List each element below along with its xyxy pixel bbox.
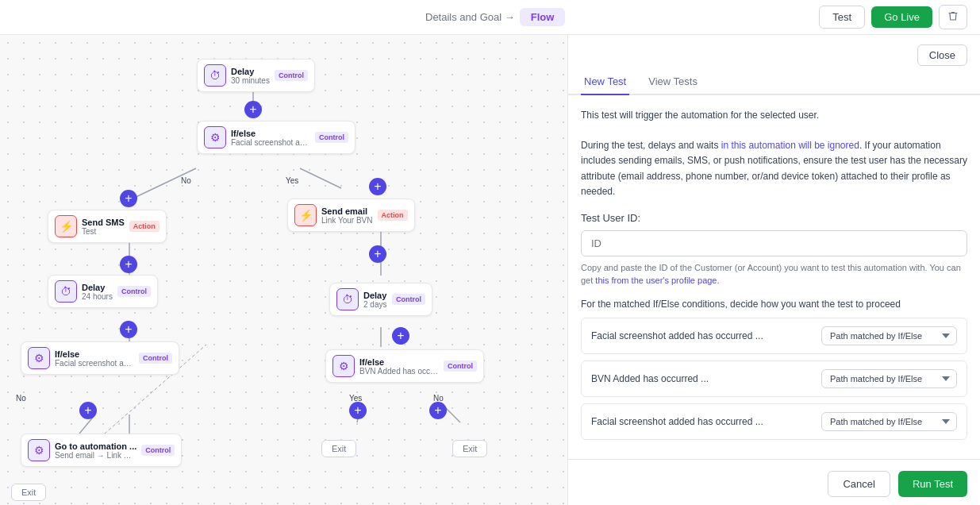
- node-ifelse-2[interactable]: ⚙ If/else Facial screenshot added has ..…: [21, 341, 179, 375]
- badge-control-ifelse2: Control: [139, 353, 172, 364]
- node-delay-3[interactable]: ⏱ Delay 2 days Control: [329, 283, 432, 316]
- node-title-sendemail: Send email: [321, 206, 373, 216]
- sendemail-icon: ⚡: [294, 204, 317, 226]
- plus-btn-ifelse2-yes[interactable]: +: [79, 402, 97, 419]
- delay-icon-1: ⏱: [204, 64, 226, 87]
- badge-control-ifelse3: Control: [444, 360, 477, 372]
- node-sub-sendsms: Test: [82, 227, 125, 236]
- delete-button[interactable]: [939, 5, 967, 29]
- ifelse-section-label: For the matched If/Else conditions, deci…: [581, 299, 967, 310]
- node-sub-ifelse1: Facial screenshot added has ...: [231, 138, 310, 147]
- plus-btn-left[interactable]: +: [120, 190, 137, 207]
- node-sub-ifelse3: BVN Added has occurred ...: [359, 367, 439, 376]
- badge-control-gotoauto: Control: [141, 445, 175, 456]
- node-sub-sendemail: Link Your BVN: [321, 216, 373, 225]
- tab-new-test[interactable]: New Test: [581, 69, 629, 95]
- plus-btn-ifelse3-no[interactable]: +: [429, 402, 447, 419]
- node-title-ifelse3: If/else: [359, 357, 439, 367]
- flow-canvas[interactable]: ⏱ Delay 30 minutes Control + ⚙ If/else F…: [0, 35, 567, 505]
- ifelse-section: For the matched If/Else conditions, deci…: [581, 299, 967, 440]
- condition-row-3: Facial screenshot added has occurred ...…: [581, 403, 967, 440]
- panel-body: This test will trigger the automation fo…: [568, 95, 980, 459]
- node-sub-delay1: 30 minutes: [231, 76, 270, 85]
- condition-row-1: Facial screenshot added has occurred ...…: [581, 318, 967, 354]
- breadcrumb-text: Details and Goal →: [425, 11, 515, 23]
- gotoauto-icon: ⚙: [28, 439, 50, 461]
- exit-box-yes: Exit: [321, 440, 356, 457]
- highlight-text: in this automation will be ignored: [721, 140, 859, 151]
- node-title-delay3: Delay: [363, 291, 387, 300]
- badge-control-delay2: Control: [117, 286, 151, 297]
- badge-action-sendsms: Action: [129, 221, 159, 232]
- tab-view-tests[interactable]: View Tests: [645, 69, 701, 95]
- node-title-gotoauto: Go to automation ...: [55, 441, 136, 451]
- condition-text-2: BVN Added has occurred ...: [591, 373, 815, 384]
- copy-hint: Copy and paste the ID of the Customer (o…: [581, 261, 967, 287]
- node-title-sendsms: Send SMS: [82, 218, 125, 227]
- node-title-delay2: Delay: [82, 283, 113, 292]
- trash-icon: [947, 10, 959, 21]
- delay-icon-2: ⏱: [55, 280, 77, 303]
- ifelse-icon-3: ⚙: [332, 355, 355, 377]
- condition-text-3: Facial screenshot added has occurred ...: [591, 416, 815, 427]
- exit-box-no: Exit: [452, 440, 487, 457]
- condition-select-2[interactable]: Path matched by If/Else Path not matched…: [821, 369, 957, 388]
- node-title-ifelse2: If/else: [55, 349, 134, 359]
- label-no-2: No: [16, 394, 26, 403]
- badge-control-delay1: Control: [275, 70, 308, 81]
- plus-btn-right[interactable]: +: [369, 178, 386, 195]
- badge-action-sendemail: Action: [378, 210, 408, 221]
- label-yes-1: Yes: [286, 176, 298, 185]
- condition-text-1: Facial screenshot added has occurred ...: [591, 330, 815, 341]
- plus-btn-delay3-after[interactable]: +: [392, 327, 409, 345]
- active-tab-flow[interactable]: Flow: [520, 8, 566, 26]
- panel-tabs: New Test View Tests: [568, 69, 980, 95]
- panel-footer: Cancel Run Test: [568, 459, 980, 505]
- node-delay-2[interactable]: ⏱ Delay 24 hours Control: [48, 275, 158, 308]
- label-no-1: No: [181, 176, 191, 185]
- info-text-1: This test will trigger the automation fo…: [581, 108, 967, 123]
- info-text-2: During the test, delays and waits in thi…: [581, 138, 967, 199]
- ifelse-icon-2: ⚙: [28, 347, 50, 369]
- test-button[interactable]: Test: [819, 6, 865, 29]
- node-delay-1[interactable]: ⏱ Delay 30 minutes Control: [197, 59, 315, 92]
- node-title-delay1: Delay: [231, 67, 270, 76]
- node-sendemail[interactable]: ⚡ Send email Link Your BVN Action: [287, 199, 415, 232]
- svg-line-2: [300, 168, 341, 188]
- node-title-ifelse1: If/else: [231, 129, 310, 138]
- node-sub-delay3: 2 days: [363, 300, 387, 309]
- cancel-button[interactable]: Cancel: [828, 471, 890, 497]
- delay-icon-3: ⏱: [336, 288, 359, 310]
- node-gotoauto[interactable]: ⚙ Go to automation ... Send email → Link…: [21, 434, 182, 467]
- section-id-label: Test User ID:: [581, 212, 967, 224]
- condition-select-1[interactable]: Path matched by If/Else Path not matched…: [821, 326, 957, 345]
- condition-row-2: BVN Added has occurred ... Path matched …: [581, 360, 967, 397]
- plus-btn-1[interactable]: +: [244, 101, 262, 118]
- main-area: ⏱ Delay 30 minutes Control + ⚙ If/else F…: [0, 35, 980, 505]
- close-button[interactable]: Close: [917, 44, 967, 66]
- node-ifelse-1[interactable]: ⚙ If/else Facial screenshot added has ..…: [197, 121, 355, 154]
- sendsms-icon: ⚡: [55, 215, 77, 237]
- ifelse-icon-1: ⚙: [204, 126, 226, 148]
- breadcrumb-nav: Details and Goal → Flow: [425, 8, 565, 26]
- node-sub-gotoauto: Send email → Link Your BVN: [55, 451, 134, 460]
- plus-btn-ifelse3-yes[interactable]: +: [349, 402, 367, 419]
- condition-select-3[interactable]: Path matched by If/Else Path not matched…: [821, 412, 957, 431]
- node-ifelse-3[interactable]: ⚙ If/else BVN Added has occurred ... Con…: [325, 349, 484, 383]
- node-sub-delay2: 24 hours: [82, 292, 113, 301]
- plus-btn-sms-after[interactable]: +: [120, 256, 137, 273]
- top-bar-actions: Test Go Live: [819, 5, 967, 29]
- plus-btn-delay2-after[interactable]: +: [120, 321, 137, 338]
- top-bar: Details and Goal → Flow Test Go Live: [0, 0, 980, 35]
- right-panel: Close New Test View Tests This test will…: [567, 35, 980, 505]
- badge-control-delay3: Control: [392, 294, 425, 305]
- panel-header: Close: [568, 35, 980, 66]
- node-sendsms[interactable]: ⚡ Send SMS Test Action: [48, 210, 167, 243]
- exit-box-bottom: Exit: [11, 484, 46, 501]
- plus-btn-email-after[interactable]: +: [369, 245, 386, 263]
- run-test-button[interactable]: Run Test: [898, 471, 967, 497]
- go-live-button[interactable]: Go Live: [871, 6, 932, 28]
- user-id-input[interactable]: [581, 230, 967, 256]
- node-sub-ifelse2: Facial screenshot added has ...: [55, 359, 134, 368]
- badge-control-ifelse1: Control: [315, 132, 348, 143]
